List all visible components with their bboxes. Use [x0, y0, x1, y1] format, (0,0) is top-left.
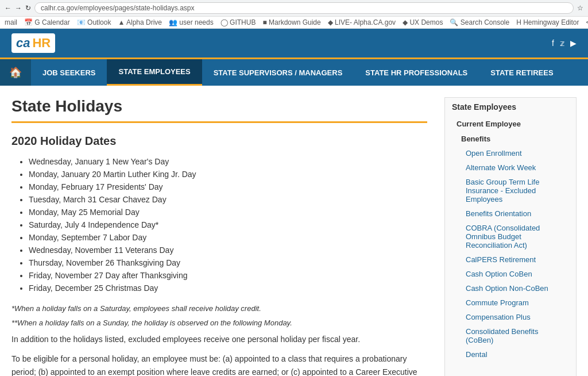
- sidebar-section-state-employees[interactable]: State Employees: [445, 98, 576, 116]
- holiday-list-item: Thursday, November 26 Thanksgiving Day: [29, 258, 427, 267]
- bookmark-github[interactable]: ◯ GITHUB: [220, 18, 256, 26]
- address-bar[interactable]: calhr.ca.gov/employees/pages/state-holid…: [34, 2, 574, 14]
- site-logo: ca HR: [11, 33, 55, 53]
- page-wrapper: State Holidays 2020 Holiday Dates Wednes…: [0, 86, 588, 376]
- sidebar-link[interactable]: Commute Program: [445, 296, 576, 310]
- sidebar-link[interactable]: Compensation Plus: [445, 310, 576, 324]
- bookmark-speedtest[interactable]: <> SpeedTest: [586, 18, 588, 26]
- note2: **When a holiday falls on a Sunday, the …: [11, 319, 427, 327]
- holiday-list-item: Monday, May 25 Memorial Day: [29, 208, 427, 217]
- title-underline: [11, 121, 427, 123]
- nav-state-retirees[interactable]: STATE RETIREES: [479, 59, 564, 86]
- sidebar-current-employee[interactable]: Current Employee: [445, 116, 576, 132]
- youtube-icon[interactable]: ▶: [570, 39, 577, 48]
- browser-back-icon[interactable]: ←: [5, 4, 11, 12]
- logo-hr: HR: [32, 36, 51, 51]
- holiday-list-item: Monday, February 17 Presidents' Day: [29, 182, 427, 191]
- holiday-list-item: Tuesday, March 31 Cesar Chavez Day: [29, 195, 427, 204]
- social-icons: f 𝕫 ▶: [552, 39, 577, 48]
- holiday-list-item: Wednesday, January 1 New Year's Day: [29, 157, 427, 166]
- sidebar-link[interactable]: Dental: [445, 347, 576, 362]
- holiday-list-item: Wednesday, November 11 Veterans Day: [29, 245, 427, 255]
- sidebar: State Employees Current Employee Benefit…: [444, 97, 577, 376]
- sidebar-link[interactable]: Basic Group Term Life Insurance - Exclud…: [445, 175, 576, 206]
- sidebar-links: Open EnrollmentAlternate Work WeekBasic …: [445, 146, 576, 362]
- bookmark-mail[interactable]: mail: [5, 18, 17, 26]
- bookmark-live[interactable]: ◆ LIVE- Alpha.CA.gov: [328, 18, 396, 26]
- sidebar-link[interactable]: Open Enrollment: [445, 146, 576, 160]
- main-nav: 🏠 JOB SEEKERS STATE EMPLOYEES STATE SUPE…: [0, 57, 588, 86]
- note1: *When a holiday falls on a Saturday, emp…: [11, 304, 427, 313]
- twitter-icon[interactable]: 𝕫: [560, 39, 564, 48]
- holiday-list-item: Friday, December 25 Christmas Day: [29, 283, 427, 293]
- bookmark-outlook[interactable]: 📧 Outlook: [77, 18, 111, 26]
- bookmark-bar: mail 📅 G Calendar 📧 Outlook ▲ Alpha Driv…: [0, 17, 588, 29]
- bookmark-hemingway[interactable]: H Hemingway Editor: [516, 18, 579, 26]
- sidebar-link[interactable]: Alternate Work Week: [445, 160, 576, 175]
- holiday-list-item: Friday, November 27 Day after Thanksgivi…: [29, 271, 427, 280]
- sidebar-link[interactable]: CalPERS Retirement: [445, 252, 576, 267]
- logo-ca: ca: [16, 36, 30, 51]
- nav-job-seekers[interactable]: JOB SEEKERS: [31, 59, 107, 86]
- bookmark-gcalendar[interactable]: 📅 G Calendar: [24, 18, 70, 26]
- browser-forward-icon[interactable]: →: [15, 4, 22, 12]
- bookmark-markdown[interactable]: ■ Markdown Guide: [262, 18, 320, 26]
- sidebar-link[interactable]: COBRA (Consolidated Omnibus Budget Recon…: [445, 221, 576, 252]
- holiday-list-item: Monday, January 20 Martin Luther King Jr…: [29, 170, 427, 179]
- note3: In addition to the holidays listed, excl…: [11, 333, 427, 346]
- bookmark-userneeds[interactable]: 👥 user needs: [169, 18, 214, 26]
- sidebar-link[interactable]: Benefits Orientation: [445, 206, 576, 221]
- browser-bar: ← → ↻ calhr.ca.gov/employees/pages/state…: [0, 0, 588, 17]
- star-icon[interactable]: ☆: [577, 4, 583, 12]
- sidebar-link[interactable]: Consolidated Benefits (CoBen): [445, 324, 576, 347]
- main-content: State Holidays 2020 Holiday Dates Wednes…: [11, 97, 427, 376]
- logo-box: ca HR: [11, 33, 55, 53]
- nav-state-supervisors[interactable]: STATE SUPERVISORS / MANAGERS: [202, 59, 354, 86]
- sidebar-benefits[interactable]: Benefits: [445, 132, 576, 146]
- nav-state-hr[interactable]: STATE HR PROFESSIONALS: [354, 59, 479, 86]
- holiday-list-item: Saturday, July 4 Independence Day*: [29, 220, 427, 229]
- nav-state-employees[interactable]: STATE EMPLOYEES: [107, 59, 202, 86]
- bookmark-uxdemos[interactable]: ◆ UX Demos: [403, 18, 443, 26]
- nav-home-button[interactable]: 🏠: [0, 59, 31, 86]
- browser-reload-icon[interactable]: ↻: [25, 4, 31, 12]
- holiday-list-item: Monday, September 7 Labor Day: [29, 233, 427, 242]
- bookmark-alphadrive[interactable]: ▲ Alpha Drive: [118, 18, 162, 26]
- sidebar-link[interactable]: Cash Option CoBen: [445, 267, 576, 281]
- body-text: To be eligible for a personal holiday, a…: [11, 352, 427, 376]
- facebook-icon[interactable]: f: [552, 39, 554, 48]
- site-header: ca HR f 𝕫 ▶: [0, 29, 588, 57]
- section-title: 2020 Holiday Dates: [11, 135, 427, 148]
- page-title: State Holidays: [11, 97, 427, 116]
- sidebar-link[interactable]: Cash Option Non-CoBen: [445, 281, 576, 296]
- bookmark-searchconsole[interactable]: 🔍 Search Console: [450, 18, 509, 26]
- holiday-list: Wednesday, January 1 New Year's DayMonda…: [11, 157, 427, 293]
